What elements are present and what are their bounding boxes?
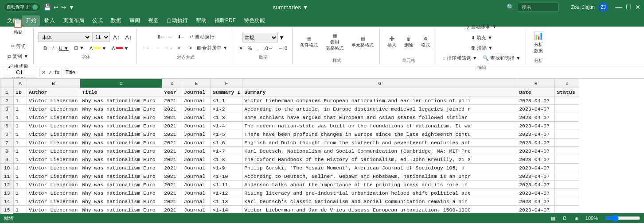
table-cell[interactable]: Karl Deutsch's classic Nationalism and S… — [242, 197, 517, 206]
table-cell[interactable]: Status — [555, 88, 579, 96]
table-cell[interactable]: The modern nation-state was built on the… — [242, 122, 517, 130]
indent-increase-button[interactable]: ⇥ — [185, 44, 194, 52]
table-cell[interactable]: Victor Lieberman — [27, 122, 80, 130]
table-cell[interactable]: 2023-04-07 — [517, 138, 555, 147]
table-cell[interactable]: 1 — [14, 197, 27, 206]
table-cell[interactable]: Journal — [182, 147, 211, 155]
table-cell[interactable]: Why was nationalism Euro — [80, 105, 162, 113]
table-cell[interactable]: According to the article, in Europe dist… — [242, 105, 517, 113]
table-cell[interactable]: 2021 — [162, 206, 182, 214]
table-cell[interactable]: Why was nationalism Euro — [80, 122, 162, 130]
table-cell[interactable]: Title — [80, 88, 162, 96]
col-header-d[interactable]: D — [162, 79, 182, 88]
underline-button[interactable]: U ▼ — [57, 44, 71, 52]
table-cell[interactable]: Why was nationalism Euro — [80, 130, 162, 138]
decrease-decimal-button[interactable]: ←.0 — [276, 44, 289, 52]
table-cell[interactable]: 2023-04-07 — [517, 130, 555, 138]
table-cell[interactable]: Year — [162, 88, 182, 96]
cut-button[interactable]: ✂ 剪切 — [8, 42, 28, 51]
table-cell[interactable]: Why was nationalism Euro — [80, 164, 162, 172]
table-cell[interactable] — [555, 113, 579, 122]
decrease-font-button[interactable]: A↓ — [123, 33, 134, 42]
italic-button[interactable]: I — [50, 44, 56, 52]
table-cell[interactable]: <1-12 — [211, 189, 242, 197]
table-cell[interactable]: 2021 — [162, 122, 182, 130]
copy-button[interactable]: ⧉ 复制 ▼ — [5, 52, 31, 61]
align-right-button[interactable]: ≡→ — [163, 44, 175, 52]
menu-page-layout[interactable]: 页面布局 — [59, 15, 88, 26]
table-cell[interactable]: Summary — [242, 88, 517, 96]
table-cell[interactable]: Why was nationalism Euro — [80, 155, 162, 164]
table-cell[interactable]: 1 — [14, 122, 27, 130]
table-cell[interactable]: Victor Lieberman — [27, 172, 80, 181]
confirm-formula-icon[interactable]: ✓ — [48, 69, 53, 76]
maximize-icon[interactable]: ☐ — [626, 4, 632, 11]
table-cell[interactable]: <1-4 — [211, 122, 242, 130]
table-cell[interactable]: Journal — [182, 197, 211, 206]
table-cell[interactable]: Why was nationalism Euro — [80, 197, 162, 206]
table-cell[interactable]: Why was nationalism Euro — [80, 96, 162, 105]
table-cell[interactable]: Summary I — [211, 88, 242, 96]
fill-color-button[interactable]: A ▼ — [87, 44, 109, 52]
font-family-select[interactable]: 未体 — [38, 32, 91, 42]
table-cell[interactable]: 2021 — [162, 96, 182, 105]
table-cell[interactable]: 2023-04-07 — [517, 164, 555, 172]
table-cell[interactable]: Journal — [182, 189, 211, 197]
table-cell[interactable]: <1-6 — [211, 138, 242, 147]
table-cell[interactable]: 1 — [14, 164, 27, 172]
table-cell[interactable]: According to Deutsch, Gellner, Gebawm an… — [242, 172, 517, 181]
close-icon[interactable]: ✕ — [635, 4, 640, 11]
table-cell[interactable] — [555, 155, 579, 164]
table-cell[interactable]: <1-8 — [211, 155, 242, 164]
table-cell[interactable] — [555, 197, 579, 206]
table-cell[interactable]: <1-1 — [211, 96, 242, 105]
table-cell[interactable]: Why was nationalism Euro — [80, 189, 162, 197]
font-size-select[interactable]: 11 — [92, 32, 110, 42]
percent-button[interactable]: % — [246, 44, 254, 52]
col-header-g[interactable]: G — [242, 79, 517, 88]
cancel-formula-icon[interactable]: ✕ — [41, 69, 46, 76]
increase-font-button[interactable]: A↑ — [111, 33, 122, 42]
table-cell[interactable]: 2021 — [162, 147, 182, 155]
table-cell[interactable]: Journal — [182, 164, 211, 172]
table-cell[interactable]: 2021 — [162, 130, 182, 138]
increase-decimal-button[interactable]: .0→ — [262, 44, 275, 52]
table-cell[interactable]: Some scholars have argued that European … — [242, 113, 517, 122]
table-cell[interactable]: 2023-04-07 — [517, 155, 555, 164]
table-cell[interactable]: 1 — [14, 113, 27, 122]
table-cell[interactable]: 1 — [14, 181, 27, 189]
fill-button[interactable]: ⬇ 填充 ▼ — [469, 33, 495, 42]
table-cell[interactable]: 1 — [14, 138, 27, 147]
table-cell[interactable] — [555, 189, 579, 197]
sort-filter-button[interactable]: ↕ 排序和筛选 ▼ — [441, 54, 480, 63]
table-cell[interactable]: 2021 — [162, 105, 182, 113]
minimize-icon[interactable]: — — [615, 3, 622, 11]
table-cell[interactable] — [555, 130, 579, 138]
table-cell[interactable]: 2021 — [162, 172, 182, 181]
table-cell[interactable]: 2023-04-07 — [517, 122, 555, 130]
table-cell[interactable]: Victor Lieberman — [27, 164, 80, 172]
menu-insert[interactable]: 插入 — [41, 15, 59, 26]
table-cell[interactable]: <1-14 — [211, 206, 242, 214]
table-cell[interactable]: Victor Lieberman — [27, 181, 80, 189]
table-cell[interactable]: Victor Lieberman — [27, 206, 80, 214]
table-cell[interactable]: Victor Lieberman — [27, 147, 80, 155]
conditional-format-button[interactable]: ▤条件格式 — [297, 29, 321, 56]
table-cell[interactable]: The Oxford Handbook of the History of Na… — [242, 155, 517, 164]
col-header-f[interactable]: F — [211, 79, 242, 88]
table-cell[interactable]: <1-5 — [211, 130, 242, 138]
table-cell[interactable]: Victor Lieberman — [27, 155, 80, 164]
table-cell[interactable]: 2021 — [162, 164, 182, 172]
analysis-button[interactable]: 📊 分析数据 — [531, 29, 546, 56]
table-cell[interactable]: Journal — [182, 122, 211, 130]
save-icon[interactable]: 💾 — [43, 4, 51, 11]
table-cell[interactable]: <1-3 — [211, 113, 242, 122]
search-bar[interactable]: 搜索 — [518, 3, 558, 12]
autosave-toggle[interactable]: 自动保存 开 — [4, 3, 41, 12]
table-cell[interactable]: Journal — [182, 181, 211, 189]
table-cell[interactable] — [555, 96, 579, 105]
table-cell[interactable]: Journal — [182, 155, 211, 164]
table-cell[interactable]: Why was nationalism Euro — [80, 147, 162, 155]
table-cell[interactable]: 2023-04-07 — [517, 96, 555, 105]
font-color-button[interactable]: A ▼ — [109, 44, 131, 52]
